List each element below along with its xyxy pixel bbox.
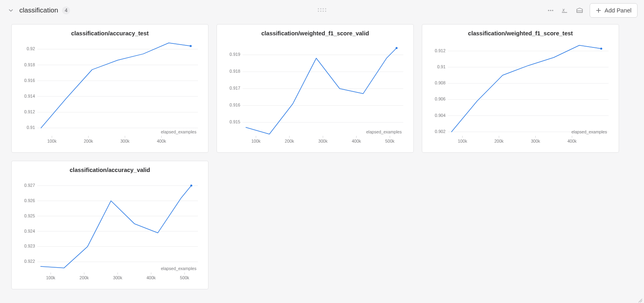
svg-text:100k: 100k bbox=[46, 275, 56, 280]
svg-line-100 bbox=[639, 299, 642, 302]
svg-text:x: x bbox=[562, 7, 565, 13]
svg-text:0.91: 0.91 bbox=[27, 125, 35, 130]
panels-grid: classification/accuracy_test0.910.9120.9… bbox=[0, 21, 644, 297]
x-axis-label: elapsed_examples bbox=[161, 266, 196, 271]
chart-panel[interactable]: classification/weighted_f1_score_test0.9… bbox=[422, 24, 619, 153]
svg-text:300k: 300k bbox=[113, 275, 123, 280]
chart-area: 0.9220.9230.9240.9250.9260.927100k200k30… bbox=[15, 176, 205, 284]
svg-text:0.924: 0.924 bbox=[24, 229, 35, 233]
svg-text:0.914: 0.914 bbox=[24, 94, 35, 98]
svg-text:0.906: 0.906 bbox=[435, 96, 446, 101]
chart-panel[interactable]: classification/weighted_f1_score_valid0.… bbox=[217, 24, 414, 153]
svg-point-99 bbox=[190, 184, 192, 186]
add-panel-button[interactable]: Add Panel bbox=[590, 3, 638, 18]
chart-area: 0.9150.9160.9170.9180.919100k200k300k400… bbox=[220, 39, 410, 147]
chevron-down-icon[interactable] bbox=[6, 6, 15, 15]
resize-handle-icon[interactable] bbox=[638, 297, 642, 302]
svg-point-9 bbox=[550, 10, 551, 11]
svg-text:200k: 200k bbox=[84, 139, 93, 143]
svg-text:0.912: 0.912 bbox=[24, 109, 35, 114]
svg-point-8 bbox=[548, 10, 549, 11]
chart-area: 0.910.9120.9140.9160.9180.92100k200k300k… bbox=[15, 39, 205, 147]
svg-text:0.923: 0.923 bbox=[24, 244, 35, 248]
chart-title: classification/weighted_f1_score_valid bbox=[220, 30, 410, 37]
chart-title: classification/accuracy_test bbox=[15, 30, 205, 37]
svg-text:400k: 400k bbox=[147, 275, 156, 280]
svg-point-55 bbox=[396, 47, 398, 49]
svg-text:0.915: 0.915 bbox=[229, 119, 240, 124]
svg-text:0.904: 0.904 bbox=[435, 113, 446, 118]
x-axis-label: elapsed_examples bbox=[161, 129, 196, 134]
svg-text:300k: 300k bbox=[531, 139, 541, 143]
x-axis-label: elapsed_examples bbox=[366, 129, 402, 134]
svg-point-4 bbox=[318, 11, 319, 12]
svg-point-1 bbox=[320, 8, 322, 10]
svg-point-3 bbox=[325, 8, 326, 10]
svg-text:0.916: 0.916 bbox=[229, 102, 240, 107]
svg-point-2 bbox=[323, 8, 324, 10]
svg-point-7 bbox=[325, 11, 326, 12]
svg-text:0.916: 0.916 bbox=[24, 78, 35, 83]
svg-line-101 bbox=[640, 301, 642, 302]
more-menu-icon[interactable] bbox=[546, 6, 555, 15]
section-toolbar: x Add Panel bbox=[546, 3, 638, 18]
svg-text:500k: 500k bbox=[180, 275, 190, 280]
chart-panel[interactable]: classification/accuracy_test0.910.9120.9… bbox=[11, 24, 208, 153]
smoothing-icon[interactable]: x bbox=[561, 6, 570, 15]
svg-text:0.919: 0.919 bbox=[229, 52, 240, 57]
svg-text:0.918: 0.918 bbox=[229, 69, 240, 74]
svg-text:0.925: 0.925 bbox=[24, 213, 35, 218]
svg-text:0.918: 0.918 bbox=[24, 62, 35, 67]
chart-title: classification/weighted_f1_score_test bbox=[425, 30, 615, 37]
svg-text:100k: 100k bbox=[47, 139, 57, 143]
svg-text:0.917: 0.917 bbox=[229, 86, 240, 90]
svg-text:500k: 500k bbox=[385, 139, 395, 143]
export-icon[interactable] bbox=[575, 6, 584, 15]
svg-text:0.927: 0.927 bbox=[24, 183, 35, 188]
svg-text:0.912: 0.912 bbox=[435, 48, 446, 53]
svg-text:0.91: 0.91 bbox=[437, 64, 446, 69]
svg-point-0 bbox=[318, 8, 319, 10]
svg-text:100k: 100k bbox=[458, 139, 467, 143]
svg-point-76 bbox=[600, 47, 602, 49]
svg-text:0.908: 0.908 bbox=[435, 80, 446, 85]
chart-title: classification/accuracy_valid bbox=[15, 167, 205, 173]
svg-text:0.926: 0.926 bbox=[24, 198, 35, 203]
svg-text:200k: 200k bbox=[494, 139, 504, 143]
add-panel-label: Add Panel bbox=[605, 7, 632, 14]
section-header: classification 4 x Add bbox=[0, 0, 644, 21]
svg-text:400k: 400k bbox=[568, 139, 577, 143]
section-count-badge: 4 bbox=[62, 6, 70, 14]
svg-text:400k: 400k bbox=[352, 139, 361, 143]
svg-text:400k: 400k bbox=[157, 139, 167, 143]
svg-text:0.902: 0.902 bbox=[435, 129, 446, 134]
svg-point-6 bbox=[323, 11, 324, 12]
chart-panel[interactable]: classification/accuracy_valid0.9220.9230… bbox=[11, 161, 208, 289]
svg-text:200k: 200k bbox=[80, 275, 89, 280]
svg-text:0.92: 0.92 bbox=[27, 46, 35, 51]
svg-text:100k: 100k bbox=[251, 139, 261, 143]
svg-text:300k: 300k bbox=[120, 139, 130, 143]
svg-text:200k: 200k bbox=[285, 139, 295, 143]
chart-area: 0.9020.9040.9060.9080.910.912100k200k300… bbox=[425, 39, 615, 147]
x-axis-label: elapsed_examples bbox=[572, 129, 607, 134]
svg-point-34 bbox=[190, 45, 192, 47]
svg-text:0.922: 0.922 bbox=[24, 259, 35, 264]
svg-point-10 bbox=[552, 10, 553, 11]
section-header-left: classification 4 bbox=[6, 6, 70, 15]
drag-handle-icon[interactable] bbox=[317, 7, 327, 14]
section-title[interactable]: classification bbox=[19, 6, 58, 14]
svg-point-5 bbox=[320, 11, 322, 12]
svg-text:300k: 300k bbox=[318, 139, 328, 143]
